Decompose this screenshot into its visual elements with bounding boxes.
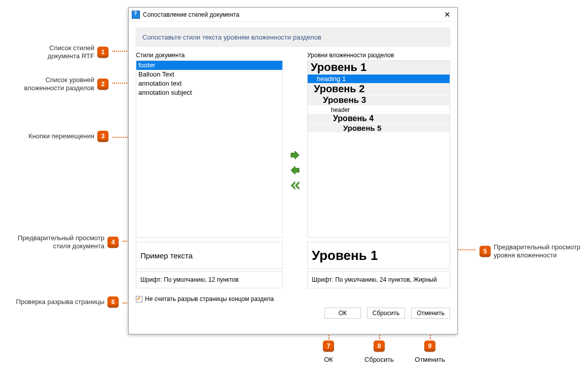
move-all-left-button[interactable] (288, 179, 302, 192)
level-font-description: Шрифт: По умолчанию, 24 пунктов, Жирный (307, 271, 450, 288)
callout-4-text: Предварительный просмотр стиля документа (18, 234, 104, 250)
callout-6-badge: 6 (107, 296, 119, 308)
callout-6-text: Проверка разрыва страницы (16, 298, 104, 306)
levels-label: Уровни вложенности разделов (307, 52, 450, 59)
window-title: Сопоставление стилей документа (143, 11, 440, 18)
callout-5-text: Предварительный просмотр уровня вложенно… (494, 243, 580, 259)
callout-3-text: Кнопки перемещения (28, 132, 94, 140)
page-break-checkbox-label: Не считать разрыв страницы концом раздел… (145, 295, 274, 303)
arrow-right-icon (290, 151, 300, 159)
style-mapping-dialog: Сопоставление стилей документа ✕ Сопоста… (128, 7, 458, 334)
styles-listbox[interactable]: footer Balloon Text annotation text anno… (136, 60, 283, 238)
ok-button[interactable]: ОК (324, 308, 361, 319)
styles-label: Стили документа (136, 52, 283, 59)
instruction-banner: Сопоставьте стили текста уровням вложенн… (136, 28, 450, 47)
style-font-description: Шрифт: По умолчанию, 12 пунктов (136, 271, 283, 288)
style-item[interactable]: Balloon Text (136, 70, 282, 79)
style-item[interactable]: footer (136, 61, 282, 70)
callout-8-text: Сбросить (359, 356, 399, 363)
level-item[interactable]: Уровень 5 (308, 124, 450, 132)
move-left-button[interactable] (288, 164, 302, 176)
style-item[interactable]: annotation subject (136, 88, 282, 97)
callout-2-text: Список уровней вложенности разделов (24, 76, 94, 92)
levels-listbox[interactable]: Уровень 1 heading 1 Уровень 2 Уровень 3 … (307, 60, 450, 238)
reset-button[interactable]: Сбросить (367, 308, 405, 319)
callout-4-badge: 4 (107, 237, 119, 248)
callout-9-badge: 9 (424, 341, 435, 352)
page-break-checkbox[interactable] (136, 296, 142, 303)
level-item[interactable]: Уровень 4 (308, 114, 450, 123)
callout-7-text: ОК (308, 356, 349, 363)
callout-9-text: Отменить (410, 356, 450, 363)
cancel-button[interactable]: Отменить (411, 308, 450, 319)
callout-5-badge: 5 (480, 246, 491, 257)
callout-3-badge: 3 (97, 131, 108, 142)
level-assigned-style[interactable]: heading 1 (308, 74, 450, 83)
app-icon (132, 11, 140, 19)
level-item[interactable]: Уровень 1 (308, 61, 450, 74)
level-preview: Уровень 1 (307, 242, 450, 269)
level-item[interactable]: Уровень 3 (308, 95, 450, 105)
arrow-left-icon (290, 166, 300, 174)
close-button[interactable]: ✕ (440, 10, 454, 20)
callout-1-badge: 1 (97, 47, 108, 58)
style-item[interactable]: annotation text (136, 79, 282, 88)
level-item[interactable]: Уровень 2 (308, 83, 450, 95)
level-assigned-style[interactable]: header (308, 106, 450, 114)
move-right-button[interactable] (288, 149, 302, 161)
callout-1-text: Список стилей документа RTF (48, 44, 94, 60)
callout-8-badge: 8 (374, 341, 385, 352)
double-arrow-left-icon (289, 181, 301, 190)
callout-7-badge: 7 (323, 341, 334, 352)
titlebar: Сопоставление стилей документа ✕ (129, 8, 457, 22)
style-preview: Пример текста (136, 242, 283, 269)
callout-2-badge: 2 (97, 79, 108, 90)
